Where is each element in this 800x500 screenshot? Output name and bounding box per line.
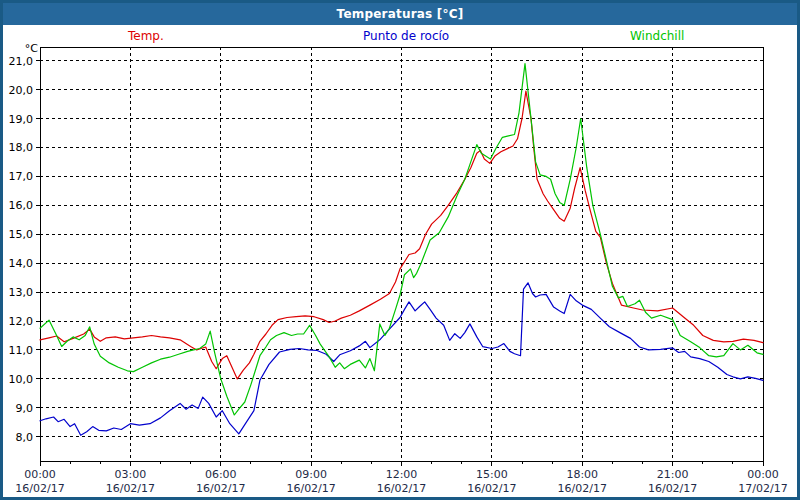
x-tick-time-label: 09:00 — [295, 468, 327, 481]
y-tick-label: 12,0 — [9, 315, 34, 328]
y-tick-label: 15,0 — [9, 228, 34, 241]
x-tick-time-label: 21:00 — [657, 468, 689, 481]
y-tick-label: 19,0 — [9, 113, 34, 126]
x-tick-date-label: 16/02/17 — [467, 482, 516, 495]
y-tick-label: 17,0 — [9, 170, 34, 183]
legend-temp: Temp. — [128, 29, 164, 43]
x-tick-time-label: 15:00 — [476, 468, 508, 481]
chart-content: Temp. Punto de rocío Windchill 8,09,010,… — [3, 25, 797, 497]
y-tick-label: 14,0 — [9, 257, 34, 270]
title-bar: Temperaturas [°C] — [3, 3, 797, 25]
x-tick-time-label: 00:00 — [24, 468, 56, 481]
x-tick-date-label: 16/02/17 — [286, 482, 335, 495]
x-tick-date-label: 16/02/17 — [106, 482, 155, 495]
x-tick-date-label: 16/02/17 — [558, 482, 607, 495]
y-tick-label: 21,0 — [9, 55, 34, 68]
page-title: Temperaturas [°C] — [337, 7, 464, 21]
y-tick-label: 9,0 — [16, 402, 34, 415]
y-tick-label: 10,0 — [9, 373, 34, 386]
x-tick-date-label: 16/02/17 — [648, 482, 697, 495]
weather-chart-window: Temperaturas [°C] Temp. Punto de rocío W… — [0, 0, 800, 500]
y-tick-label: 16,0 — [9, 199, 34, 212]
temperature-line-chart: 8,09,010,011,012,013,014,015,016,017,018… — [3, 25, 797, 497]
x-tick-date-label: 16/02/17 — [15, 482, 64, 495]
gridlines — [40, 47, 763, 461]
axes — [36, 47, 763, 466]
chart-legend: Temp. Punto de rocío Windchill — [3, 29, 797, 45]
y-tick-label: 20,0 — [9, 84, 34, 97]
x-tick-time-label: 12:00 — [386, 468, 418, 481]
x-tick-date-label: 16/02/17 — [196, 482, 245, 495]
legend-windchill: Windchill — [630, 29, 684, 43]
x-tick-date-label: 16/02/17 — [377, 482, 426, 495]
x-tick-time-label: 00:00 — [747, 468, 779, 481]
x-tick-time-label: 18:00 — [566, 468, 598, 481]
x-tick-time-label: 06:00 — [205, 468, 237, 481]
y-tick-label: 11,0 — [9, 344, 34, 357]
x-tick-date-label: 17/02/17 — [738, 482, 787, 495]
legend-dew-point: Punto de rocío — [363, 29, 449, 43]
y-tick-label: 18,0 — [9, 141, 34, 154]
x-tick-time-label: 03:00 — [115, 468, 147, 481]
y-tick-label: 8,0 — [16, 431, 34, 444]
y-tick-label: 13,0 — [9, 286, 34, 299]
